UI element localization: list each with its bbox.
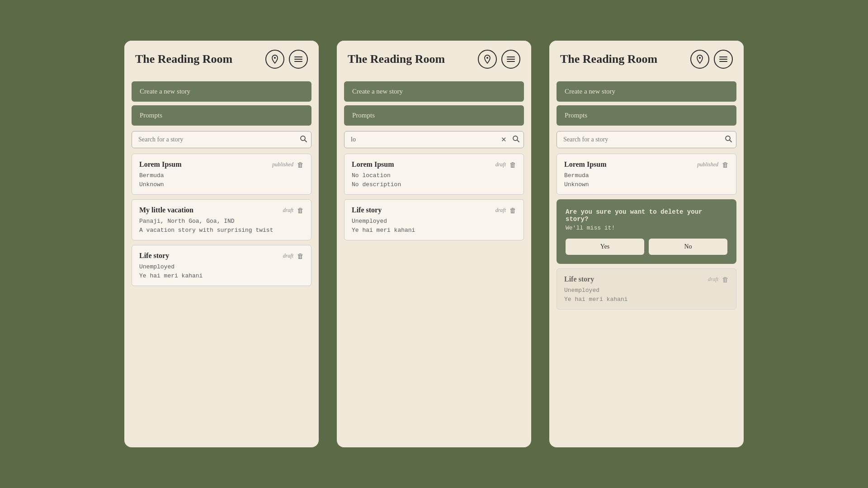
story-description-p2-1: No description <box>352 181 516 188</box>
story-location-3: Unemployed <box>139 263 304 270</box>
story-card-life-2: Life story draft 🗑 Unemployed Ye hai mer… <box>344 199 524 240</box>
story-description-p3-1: Unknown <box>564 181 729 188</box>
svg-line-17 <box>730 140 731 142</box>
search-input-2[interactable] <box>344 131 524 148</box>
story-description-p2-2: Ye hai meri kahani <box>352 227 516 234</box>
location-icon-2 <box>483 55 491 64</box>
story-status-p3-1: published <box>697 161 718 168</box>
app-title-3: The Reading Room <box>560 52 657 66</box>
delete-confirm-buttons: Yes No <box>566 239 727 255</box>
svg-point-12 <box>699 57 701 59</box>
app-title-2: The Reading Room <box>348 52 445 66</box>
delete-confirm-yes-btn[interactable]: Yes <box>566 239 644 255</box>
delete-btn-p2-2[interactable]: 🗑 <box>509 206 516 214</box>
search-container-2: ✕ <box>344 131 524 148</box>
create-new-story-btn-1[interactable]: Create a new story <box>132 81 311 102</box>
header-icons-1 <box>265 50 308 69</box>
search-container-3 <box>557 131 736 148</box>
story-location-1: Bermuda <box>139 172 304 179</box>
story-card-life-1: Life story draft 🗑 Unemployed Ye hai mer… <box>132 245 311 286</box>
search-icon-1 <box>300 136 307 142</box>
story-card-header-3: Life story draft 🗑 <box>139 252 304 260</box>
story-card-vacation-1: My little vacation draft 🗑 Panaji, North… <box>132 199 311 240</box>
story-card-header-2: My little vacation draft 🗑 <box>139 206 304 214</box>
menu-icon-1 <box>294 56 302 62</box>
delete-confirm-no-btn[interactable]: No <box>649 239 727 255</box>
delete-confirm-title: Are you sure you want to delete your sto… <box>566 208 727 223</box>
create-new-story-btn-3[interactable]: Create a new story <box>557 81 736 102</box>
panel-1: The Reading Room Create a new story Prom… <box>124 41 319 447</box>
story-title-p3-1: Lorem Ipsum <box>564 160 607 169</box>
search-input-3[interactable] <box>557 131 736 148</box>
prompts-btn-2[interactable]: Prompts <box>344 105 524 126</box>
story-title-2: My little vacation <box>139 206 193 214</box>
svg-point-0 <box>274 57 276 59</box>
search-icon-3 <box>725 136 732 142</box>
story-card-lorem-ipsum-2: Lorem Ipsum draft 🗑 No location No descr… <box>344 154 524 195</box>
story-meta-p3-2: draft 🗑 <box>708 276 729 283</box>
story-location-p2-2: Unemployed <box>352 218 516 225</box>
header-icons-2 <box>478 50 520 69</box>
delete-btn-2[interactable]: 🗑 <box>297 206 304 214</box>
app-title-1: The Reading Room <box>135 52 232 66</box>
story-status-1: published <box>272 161 293 168</box>
prompts-btn-1[interactable]: Prompts <box>132 105 311 126</box>
story-location-p2-1: No location <box>352 172 516 179</box>
story-card-header-p3-2: Life story draft 🗑 <box>564 275 729 283</box>
location-icon-btn-1[interactable] <box>265 50 284 69</box>
search-icon-btn-2[interactable] <box>513 136 519 144</box>
header-3: The Reading Room <box>549 41 744 78</box>
story-status-p2-1: draft <box>495 161 506 168</box>
story-status-p3-2: draft <box>708 276 718 283</box>
delete-btn-1[interactable]: 🗑 <box>297 161 304 169</box>
story-card-header-p2-1: Lorem Ipsum draft 🗑 <box>352 160 516 169</box>
story-description-3: Ye hai meri kahani <box>139 272 304 279</box>
story-description-2: A vacation story with surprising twist <box>139 227 304 234</box>
delete-confirm-subtitle: We'll miss it! <box>566 225 727 231</box>
search-icon-btn-1[interactable] <box>300 136 307 144</box>
story-title-1: Lorem Ipsum <box>139 160 182 169</box>
story-location-p3-2: Unemployed <box>564 287 729 294</box>
content-1: Create a new story Prompts Lorem Ipsum p… <box>124 78 319 447</box>
location-icon-1 <box>271 55 279 64</box>
search-icon-btn-3[interactable] <box>725 136 732 144</box>
delete-btn-p3-1[interactable]: 🗑 <box>722 161 729 169</box>
story-location-p3-1: Bermuda <box>564 172 729 179</box>
location-icon-3 <box>696 55 704 64</box>
story-card-header-1: Lorem Ipsum published 🗑 <box>139 160 304 169</box>
panel-2: The Reading Room Create a new story Prom… <box>337 41 531 447</box>
story-title-3: Life story <box>139 252 169 260</box>
story-meta-p3-1: published 🗑 <box>697 161 729 169</box>
story-status-2: draft <box>283 207 293 214</box>
location-icon-btn-2[interactable] <box>478 50 497 69</box>
create-new-story-btn-2[interactable]: Create a new story <box>344 81 524 102</box>
delete-btn-p2-1[interactable]: 🗑 <box>509 161 516 169</box>
menu-icon-btn-3[interactable] <box>714 50 733 69</box>
story-status-3: draft <box>283 253 293 259</box>
story-location-2: Panaji, North Goa, Goa, IND <box>139 218 304 225</box>
menu-icon-2 <box>507 56 515 62</box>
header-1: The Reading Room <box>124 41 319 78</box>
menu-icon-btn-1[interactable] <box>289 50 308 69</box>
search-input-1[interactable] <box>132 131 311 148</box>
story-title-p2-1: Lorem Ipsum <box>352 160 394 169</box>
prompts-btn-3[interactable]: Prompts <box>557 105 736 126</box>
story-description-1: Unknown <box>139 181 304 188</box>
story-title-p3-2: Life story <box>564 275 594 283</box>
story-status-p2-2: draft <box>495 207 506 214</box>
story-card-lorem-ipsum-1: Lorem Ipsum published 🗑 Bermuda Unknown <box>132 154 311 195</box>
menu-icon-btn-2[interactable] <box>501 50 520 69</box>
story-meta-3: draft 🗑 <box>283 252 304 260</box>
delete-btn-3[interactable]: 🗑 <box>297 252 304 260</box>
delete-btn-p3-2[interactable]: 🗑 <box>722 276 729 283</box>
location-icon-btn-3[interactable] <box>690 50 709 69</box>
svg-line-5 <box>305 140 307 142</box>
search-container-1 <box>132 131 311 148</box>
story-meta-2: draft 🗑 <box>283 206 304 214</box>
svg-point-6 <box>486 57 488 59</box>
svg-line-11 <box>517 140 519 142</box>
story-card-header-p3-1: Lorem Ipsum published 🗑 <box>564 160 729 169</box>
panel-3: The Reading Room Create a new story Prom… <box>549 41 744 447</box>
search-clear-btn-2[interactable]: ✕ <box>501 136 507 144</box>
story-card-life-dimmed: Life story draft 🗑 Unemployed Ye hai mer… <box>557 268 736 310</box>
